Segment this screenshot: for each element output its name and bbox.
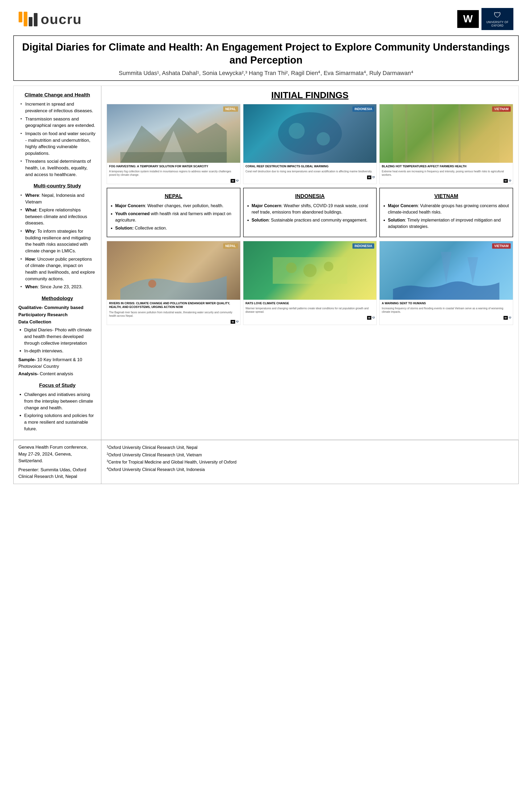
list-item: Transmission seasons and geographical ra… (20, 116, 96, 129)
oxford-small-5: 🛡 (372, 316, 375, 319)
list-item: How: Uncover public perceptions of clima… (20, 256, 96, 282)
how-text: : Uncover public perceptions of climate … (25, 257, 95, 281)
svg-point-12 (286, 262, 297, 273)
vietnam-card-2: VIETNAM A WARNING SENT TO HUMANS Increas… (379, 241, 513, 325)
nepal-body-2: The Bagmati river faces severe pollution… (107, 311, 240, 319)
wellcome-small-3: W (504, 179, 508, 183)
list-item: Solution: Sustainable practices and comm… (252, 217, 373, 223)
affiliation-2-text: Oxford University Clinical Research Unit… (108, 453, 202, 457)
list-item: Challenges and initiatives arising from … (24, 392, 96, 411)
nepal-logos-2: W 🛡 (107, 319, 240, 325)
nepal-concern-text: : Weather changes, river pollution, heal… (145, 203, 223, 208)
footer: Geneva Health Forum conference, May 27-2… (13, 440, 519, 484)
vietnam-caption-1: BLAZING HOT TEMPERATURES AFFECT FARMERS … (379, 163, 513, 170)
main-content: Climate Change and Health Increment in s… (13, 86, 519, 440)
oxford-small-2: 🛡 (372, 176, 375, 179)
svg-point-5 (317, 132, 330, 145)
vietnam-svg-1 (379, 104, 513, 163)
when-label: When (25, 284, 38, 289)
multi-country-list: Where: Nepal, Indonesia and Vietnam What… (18, 192, 96, 290)
indonesia-name: INDONESIA (247, 192, 373, 200)
vietnam-image-1: VIETNAM (379, 104, 513, 163)
list-item: Digital Diaries- Photo with climate and … (24, 327, 96, 347)
nepal-svg-1 (107, 104, 240, 163)
sample-text: Sample- 10 Key Informant & 10 Photovoice… (18, 357, 96, 370)
list-item: What: Explore relationships between clim… (20, 207, 96, 226)
affiliation-3-text: Centre for Tropical Medicine and Global … (108, 460, 236, 465)
indonesia-body-1: Coral reef destruction due to rising sea… (243, 170, 377, 175)
vietnam-body-1: Extreme heat events are increasing in fr… (379, 170, 513, 178)
list-item: Where: Nepal, Indonesia and Vietnam (20, 192, 96, 205)
indonesia-solution-label: Solution (252, 218, 269, 222)
indonesia-concern-label: Major Concern (252, 203, 281, 208)
wellcome-small-2: W (367, 176, 372, 179)
oxford-small-6: 🛡 (509, 316, 511, 319)
header: oucru W 🛡 UNIVERSITY OF OXFORD (13, 8, 519, 30)
indonesia-svg-2 (243, 241, 377, 300)
nepal-card-2: NEPAL RIVERS IN CRISIS: CLIMATE CHANGE A… (107, 241, 240, 325)
indonesia-logos-2: W 🛡 (243, 315, 377, 321)
vietnam-findings: VIETNAM Major Concern: Vulnerable groups… (379, 188, 513, 237)
svg-point-13 (303, 264, 317, 277)
nepal-caption-1: FOG HARVESTING: A TEMPORARY SOLUTION FOR… (107, 163, 240, 170)
multi-country-heading: Multi-country Study (18, 182, 96, 190)
country-findings: NEPAL Major Concern: Weather changes, ri… (107, 188, 513, 237)
nepal-findings: NEPAL Major Concern: Weather changes, ri… (107, 188, 240, 237)
vietnam-concern-label: Major Concern (388, 203, 418, 208)
nepal-svg-2 (107, 241, 240, 300)
title-section: Digital Diaries for Climate and Health: … (13, 35, 519, 81)
indonesia-image-1: INDONESIA (243, 104, 377, 163)
affiliation-4-text: Oxford University Clinical Research Unit… (108, 467, 205, 472)
list-item: Why: To inform strategies for building r… (20, 228, 96, 255)
methodology-line2: Participatory Research (18, 312, 96, 318)
list-item: Solution: Collective action. (115, 225, 237, 231)
climate-change-list: Increment in spread and prevalence of in… (18, 101, 96, 178)
wellcome-small-1: W (231, 179, 235, 183)
indonesia-card-2: INDONESIA RATS LOVE CLIMATE CHANGE Warme… (243, 241, 377, 325)
nepal-body-1: A temporary fog collection system instal… (107, 170, 240, 178)
affiliation-2: 2Oxford University Clinical Research Uni… (107, 451, 513, 459)
affiliation-4: 4Oxford University Clinical Research Uni… (107, 466, 513, 473)
oxford-small-4: 🛡 (236, 320, 239, 323)
initial-findings-title: INITIAL FINDINGS (107, 90, 513, 100)
oxford-shield-icon: 🛡 (486, 11, 509, 19)
oxford-small-1: 🛡 (236, 179, 239, 182)
nepal-image-1: NEPAL (107, 104, 240, 163)
logos-right: W 🛡 UNIVERSITY OF OXFORD (457, 8, 513, 30)
svg-marker-15 (441, 252, 452, 284)
list-item: In-depth interviews. (24, 348, 96, 355)
nepal-name: NEPAL (111, 192, 237, 200)
vietnam-svg-2 (379, 241, 513, 300)
list-item: Major Concern: Vulnerable groups has gro… (388, 203, 509, 215)
list-item: Exploring solutions and policies for a m… (24, 413, 96, 432)
nepal-caption-2: RIVERS IN CRISIS: CLIMATE CHANGE AND POL… (107, 300, 240, 311)
nepal-list: Major Concern: Weather changes, river po… (111, 203, 237, 231)
list-item: Youth concerned with health risk and far… (115, 211, 237, 223)
list-item: Impacts on food and water security - mal… (20, 131, 96, 157)
nepal-card-1: NEPAL FOG HARVESTING: A TEMPORARY SOLUTI… (107, 104, 240, 184)
bar1 (19, 12, 22, 22)
poster-container: oucru W 🛡 UNIVERSITY OF OXFORD Digital D… (13, 0, 519, 492)
oucru-logo: oucru (19, 11, 82, 27)
focus-study-list: Challenges and initiatives arising from … (18, 392, 96, 432)
methodology-line1: Qualitative- Community based (18, 304, 96, 311)
conference-text: Geneva Health Forum conference, May 27-2… (18, 444, 96, 464)
svg-point-14 (324, 262, 333, 271)
analysis-bold: Analysis- (18, 371, 39, 376)
presenter-text: Presenter: Summita Udas, Oxford Clinical… (18, 467, 96, 480)
how-label: How (25, 257, 35, 262)
svg-rect-6 (393, 104, 499, 163)
image-row-2: NEPAL RIVERS IN CRISIS: CLIMATE CHANGE A… (107, 241, 513, 325)
affiliation-1: 1Oxford University Clinical Research Uni… (107, 444, 513, 451)
wellcome-small-4: W (231, 320, 235, 324)
footer-left: Geneva Health Forum conference, May 27-2… (14, 440, 101, 484)
indonesia-card-1: INDONESIA CORAL REEF DESTRUCTION IMPACTS… (243, 104, 377, 184)
when-text: : Since June 23, 2023. (38, 284, 82, 289)
nepal-image-2: NEPAL (107, 241, 240, 300)
wellcome-logo: W (457, 10, 479, 28)
list-item: Increment in spread and prevalence of in… (20, 101, 96, 114)
vietnam-name: VIETNAM (383, 192, 509, 200)
wellcome-small-5: W (367, 316, 372, 320)
indonesia-logos-1: W 🛡 (243, 175, 377, 180)
nepal-solution-label: Solution: (115, 226, 134, 230)
